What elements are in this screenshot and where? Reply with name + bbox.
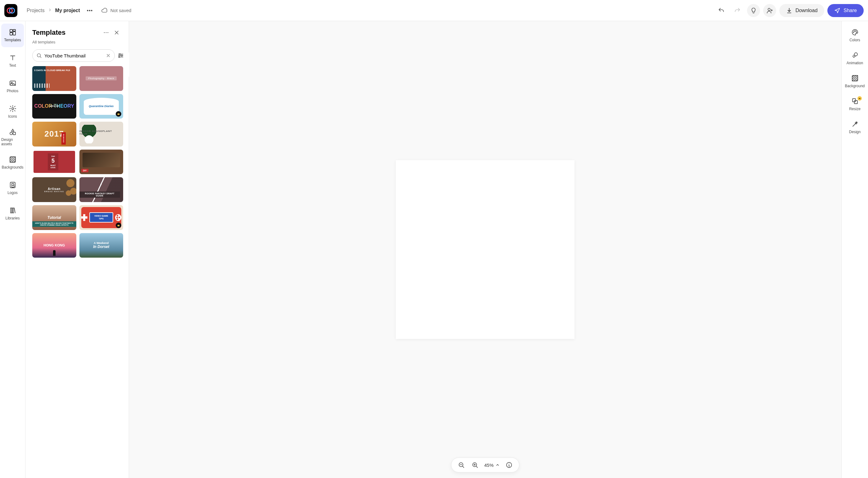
send-icon: [834, 7, 840, 14]
rail-text[interactable]: Text: [1, 49, 24, 72]
template-title: Tutorial: [48, 215, 61, 220]
zoom-in-icon: [471, 461, 478, 468]
panel-close-button[interactable]: [112, 27, 122, 38]
premium-badge: [116, 222, 121, 228]
download-icon: [786, 7, 792, 14]
template-card[interactable]: Tutorial HOW TO BLEND MULTIPLE IMAGES TO…: [32, 205, 76, 230]
template-card[interactable]: TOP5MUSTHAVE: [32, 150, 76, 174]
svg-point-3: [89, 10, 90, 11]
svg-rect-35: [852, 99, 856, 102]
breadcrumb-root[interactable]: Projects: [27, 8, 45, 13]
download-button[interactable]: Download: [779, 4, 824, 17]
template-card[interactable]: Photography · Black: [80, 66, 123, 91]
template-badge: REWIND: [61, 132, 66, 145]
shapes-icon: [9, 128, 17, 136]
chevron-up-icon: [495, 463, 500, 467]
rail-design-assets[interactable]: Design assets: [1, 125, 24, 149]
rail-photos[interactable]: Photos: [1, 74, 24, 98]
properties-rail: Colors Animation Background Resize Desig…: [841, 21, 868, 478]
template-card[interactable]: Quarantine Diaries: [80, 94, 123, 119]
svg-point-22: [37, 54, 41, 57]
premium-badge: [116, 111, 121, 117]
help-button[interactable]: [747, 4, 760, 17]
panel-more-button[interactable]: [101, 27, 112, 38]
more-options-button[interactable]: [83, 4, 96, 17]
template-title: Photography · Black: [86, 77, 117, 80]
rail-backgrounds[interactable]: Backgrounds: [1, 151, 24, 174]
zoom-percent: 45%: [484, 462, 494, 468]
template-title: INDOOR HOUSEPLANT TOUR: [80, 130, 121, 135]
panel-subtitle: All templates: [25, 40, 129, 48]
photos-icon: [9, 80, 17, 87]
prop-colors[interactable]: Colors: [842, 24, 868, 47]
template-title: Quarantine Diaries: [89, 104, 114, 108]
svg-point-23: [119, 54, 120, 55]
svg-point-4: [91, 10, 92, 11]
logo-b-icon: [9, 181, 17, 189]
clear-search-button[interactable]: [106, 53, 111, 58]
svg-point-25: [119, 57, 120, 58]
project-name[interactable]: My project: [55, 8, 80, 13]
template-card[interactable]: 3 DAYS IN CLOUD BREAK FIJI: [32, 66, 76, 91]
redo-button[interactable]: [731, 4, 744, 17]
collaborate-button[interactable]: [763, 4, 776, 17]
zoom-toolbar: 45%: [451, 457, 519, 472]
canvas-area[interactable]: 45%: [129, 21, 841, 478]
hatch-icon: [9, 156, 17, 163]
template-card[interactable]: HONG KONG: [32, 233, 76, 258]
prop-animation[interactable]: Animation: [842, 47, 868, 69]
svg-point-31: [855, 31, 856, 31]
palette-icon: [851, 29, 859, 36]
rail-label: Logos: [7, 190, 18, 195]
zoom-info-button[interactable]: [505, 460, 514, 469]
artboard[interactable]: [396, 160, 575, 339]
zoom-value[interactable]: 45%: [484, 462, 500, 468]
prop-background[interactable]: Background: [842, 70, 868, 92]
rail-libraries[interactable]: Libraries: [1, 202, 24, 225]
template-card[interactable]: INDOOR HOUSEPLANT TOUR: [80, 122, 123, 147]
library-icon: [9, 207, 17, 214]
template-line1: A Weekend: [94, 241, 108, 245]
filter-button[interactable]: [117, 50, 124, 61]
template-scroll[interactable]: 3 DAYS IN CLOUD BREAK FIJI Photography ·…: [25, 66, 129, 478]
svg-point-29: [853, 32, 854, 33]
text-icon: [9, 54, 17, 61]
prop-design[interactable]: Design: [842, 116, 868, 139]
prop-label: Animation: [846, 61, 863, 65]
zoom-in-button[interactable]: [471, 460, 479, 469]
template-title: Artisan: [48, 187, 61, 190]
search-input[interactable]: [44, 53, 103, 58]
share-button[interactable]: Share: [827, 4, 864, 17]
ellipsis-icon: [103, 29, 109, 36]
redo-icon: [734, 7, 741, 14]
rail-label: Design assets: [1, 138, 24, 146]
search-box[interactable]: [32, 49, 115, 62]
template-card[interactable]: 2017 REWIND: [32, 122, 76, 147]
prop-resize[interactable]: Resize: [842, 93, 868, 116]
rail-logos[interactable]: Logos: [1, 176, 24, 200]
template-card[interactable]: COLOR THEORY intro to: [32, 94, 76, 119]
gear-icon: [9, 105, 17, 112]
download-label: Download: [796, 8, 817, 13]
tool-rail: Templates Text Photos Icons Design asset…: [0, 21, 25, 478]
undo-button[interactable]: [715, 4, 728, 17]
crown-icon: [117, 224, 120, 227]
template-line2: In Dorset: [93, 245, 109, 249]
template-card[interactable]: VIDEO GAME TIPS: [80, 205, 123, 230]
app-logo[interactable]: [4, 4, 18, 17]
wand-icon: [851, 120, 859, 128]
template-card[interactable]: DIY: [80, 150, 123, 174]
template-card[interactable]: ROOKIE FANTASY DRAFT GUIDE: [80, 177, 123, 202]
rail-label: Icons: [8, 114, 17, 119]
svg-point-2: [87, 10, 88, 11]
template-card[interactable]: Artisan BREAD MAKING: [32, 177, 76, 202]
rail-templates[interactable]: Templates: [1, 24, 24, 47]
rail-icons[interactable]: Icons: [1, 100, 24, 123]
template-card[interactable]: A Weekend In Dorset: [80, 233, 123, 258]
svg-rect-36: [854, 100, 858, 104]
svg-point-19: [104, 32, 105, 33]
panel-title: Templates: [32, 29, 101, 37]
breadcrumb: Projects My project: [27, 8, 80, 13]
zoom-out-button[interactable]: [457, 460, 466, 469]
prop-label: Background: [845, 84, 865, 88]
